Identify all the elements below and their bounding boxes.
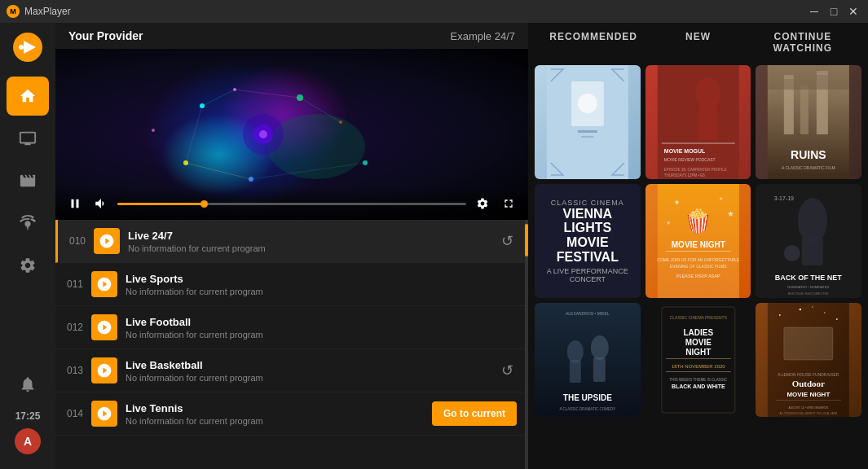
- channel-num-014: 014: [67, 408, 91, 419]
- sidebar-item-channels[interactable]: [7, 204, 49, 243]
- titlebar: M MaxPlayer ─ □ ✕: [0, 0, 868, 23]
- svg-text:BLACK AND WHITE: BLACK AND WHITE: [672, 384, 725, 389]
- channel-item-011[interactable]: 011 Live Sports No information for curre…: [55, 263, 528, 306]
- vienna-sub: A LIVE PERFORMANCE CONCERT: [543, 267, 632, 283]
- svg-rect-80: [665, 358, 730, 359]
- go-to-current-button[interactable]: Go to current: [432, 401, 517, 426]
- scroll-thumb: [525, 224, 528, 256]
- channel-name-013: Live Basketball: [126, 359, 498, 371]
- channel-icon-011: [91, 271, 117, 297]
- svg-text:ALEXANDROS • MIKEL: ALEXANDROS • MIKEL: [566, 311, 610, 316]
- channel-info-013: Live Basketball No information for curre…: [126, 359, 498, 383]
- svg-text:EPISODE 36: CARPENTER PROFILE: EPISODE 36: CARPENTER PROFILE: [663, 168, 726, 172]
- sidebar-nav: [7, 77, 49, 365]
- card-inner-movie-night: 🍿 ★ ★ ★ ★ MOVIE NIGHT COME JOIN US FOR A…: [645, 184, 751, 298]
- svg-text:THURSDAYS 12PM • E6: THURSDAYS 12PM • E6: [663, 173, 705, 178]
- card-new-1[interactable]: MOVIE MOGUL MOVIE REVIEW PODCAST EPISODE…: [645, 65, 751, 179]
- svg-text:NOMINATED • NOMINATED: NOMINATED • NOMINATED: [788, 285, 830, 289]
- card-inner-back-net: 3-17-19 BACK OF THE NET NOMINATED • NOMI…: [756, 184, 861, 298]
- replay-button-010[interactable]: ↺: [498, 229, 517, 253]
- channel-item-014[interactable]: 014 Live Tennis No information for curre…: [55, 392, 528, 436]
- provider-channel: Example 24/7: [451, 30, 516, 42]
- svg-rect-54: [665, 251, 730, 252]
- svg-point-31: [695, 77, 720, 110]
- card-continue-3[interactable]: A LEMON HOUSE FUNDRAISER Outdoor MOVIE N…: [756, 303, 861, 417]
- fullscreen-button[interactable]: [499, 194, 518, 213]
- svg-rect-74: [657, 303, 738, 417]
- svg-text:★: ★: [726, 209, 734, 218]
- svg-text:THE UPSIDE: THE UPSIDE: [563, 393, 612, 402]
- sidebar: 17:25 A: [0, 23, 55, 469]
- card-inner-outdoor: A LEMON HOUSE FUNDRAISER Outdoor MOVIE N…: [756, 303, 861, 417]
- svg-text:18TH NOVEMBER 2020: 18TH NOVEMBER 2020: [672, 364, 725, 369]
- scroll-indicator: [525, 220, 528, 469]
- provider-title: Your Provider: [68, 29, 143, 42]
- progress-bar[interactable]: [117, 203, 466, 205]
- gear-icon: [19, 256, 37, 274]
- channel-name-011: Live Sports: [126, 273, 517, 285]
- svg-rect-70: [593, 357, 606, 382]
- channel-desc-010: No information for current program: [128, 243, 498, 253]
- card-art-ladies: CLASSIC CINEMA PRESENTS LADIES MOVIE NIG…: [645, 303, 751, 417]
- card-new-3[interactable]: CLASSIC CINEMA PRESENTS LADIES MOVIE NIG…: [645, 303, 751, 417]
- card-new-2[interactable]: 🍿 ★ ★ ★ ★ MOVIE NIGHT COME JOIN US FOR A…: [645, 184, 751, 298]
- channel-info-014: Live Tennis No information for current p…: [126, 402, 432, 426]
- sidebar-item-settings[interactable]: [7, 246, 49, 285]
- card-recommended-2[interactable]: CLASSIC CINEMA VIENNALIGHTSMOVIEFESTIVAL…: [535, 184, 641, 298]
- cards-grid: MOVIE MOGUL MOVIE REVIEW PODCAST EPISODE…: [535, 65, 861, 417]
- channel-name-012: Live Football: [126, 316, 517, 328]
- svg-text:★: ★: [665, 220, 670, 226]
- channel-info-011: Live Sports No information for current p…: [126, 273, 517, 296]
- svg-point-87: [779, 314, 781, 316]
- sidebar-item-movies[interactable]: [7, 161, 49, 200]
- svg-rect-44: [768, 65, 849, 90]
- sidebar-item-home[interactable]: [7, 77, 49, 116]
- svg-text:PLEASE RSVP ASAP: PLEASE RSVP ASAP: [676, 274, 720, 278]
- bell-icon: [19, 375, 37, 393]
- channel-logo-010: [99, 233, 115, 249]
- svg-point-89: [824, 312, 826, 313]
- content-area: Your Provider Example 24/7: [55, 23, 868, 469]
- close-button[interactable]: ✕: [845, 3, 861, 20]
- maximize-button[interactable]: □: [826, 3, 842, 20]
- channel-num-011: 011: [67, 278, 91, 290]
- play-pause-button[interactable]: [65, 194, 85, 213]
- svg-point-91: [812, 306, 813, 308]
- svg-text:COME JOIN US FOR AN UNFORGETTA: COME JOIN US FOR AN UNFORGETTABLE: [657, 257, 740, 262]
- card-inner-upside: ALEXANDROS • MIKEL THE UPSIDE A CLASSIC …: [535, 303, 641, 417]
- card-inner-vienna: CLASSIC CINEMA VIENNALIGHTSMOVIEFESTIVAL…: [535, 184, 641, 298]
- sidebar-item-tv[interactable]: [7, 119, 49, 158]
- channel-item-013[interactable]: 013 Live Basketball No information for c…: [55, 349, 528, 392]
- settings-button[interactable]: [473, 194, 492, 213]
- svg-rect-82: [665, 371, 730, 372]
- card-art-1: [535, 65, 641, 179]
- avatar[interactable]: A: [15, 428, 41, 454]
- svg-text:MOVIE: MOVIE: [685, 338, 712, 347]
- volume-button[interactable]: [91, 194, 111, 213]
- replay-button-013[interactable]: ↺: [498, 358, 517, 383]
- channel-item-010[interactable]: 010 Live 24/7 No information for current…: [55, 220, 528, 263]
- sidebar-item-notifications[interactable]: [7, 365, 49, 404]
- card-recommended-1[interactable]: [535, 65, 641, 179]
- card-continue-2[interactable]: 3-17-19 BACK OF THE NET NOMINATED • NOMI…: [756, 184, 861, 298]
- provider-header: Your Provider Example 24/7: [55, 23, 528, 49]
- channel-logo-014: [96, 405, 112, 422]
- card-continue-1[interactable]: RUINS A CLASSIC DRAMATIC FILM: [756, 65, 861, 179]
- left-panel: Your Provider Example 24/7: [55, 23, 528, 469]
- channel-item-012[interactable]: 012 Live Football No information for cur…: [55, 306, 528, 349]
- video-player[interactable]: [55, 49, 528, 220]
- channel-action-014: Go to current: [432, 401, 517, 426]
- minimize-button[interactable]: ─: [806, 3, 822, 20]
- svg-point-61: [784, 245, 800, 261]
- card-recommended-3[interactable]: ALEXANDROS • MIKEL THE UPSIDE A CLASSIC …: [535, 303, 641, 417]
- svg-text:★: ★: [718, 196, 722, 201]
- svg-rect-60: [802, 237, 823, 265]
- settings-icon: [476, 197, 489, 210]
- channel-icon-014: [91, 401, 117, 427]
- svg-text:BACK OF THE NET: BACK OF THE NET: [775, 274, 843, 282]
- svg-text:MOVIE NIGHT: MOVIE NIGHT: [671, 240, 725, 249]
- svg-text:3-17-19: 3-17-19: [774, 195, 794, 201]
- svg-point-26: [578, 94, 597, 113]
- app-logo-icon: M: [7, 5, 20, 18]
- svg-point-88: [800, 309, 801, 310]
